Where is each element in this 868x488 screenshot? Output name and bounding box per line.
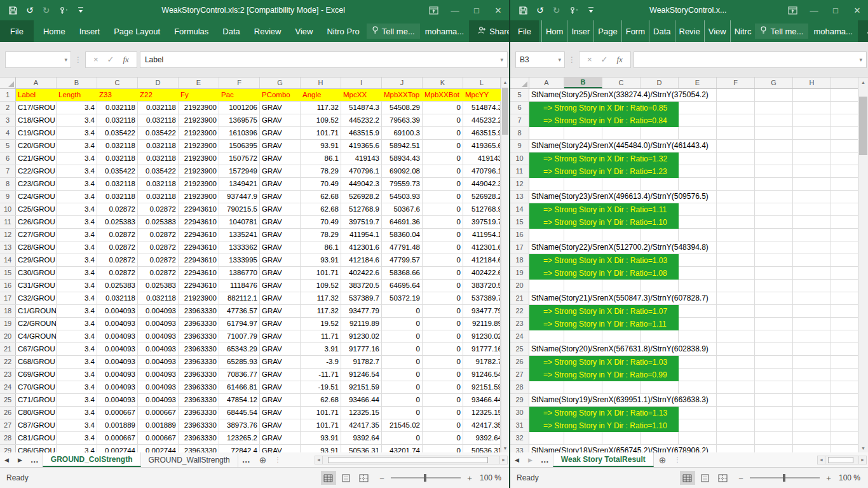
cell[interactable]: 0 <box>423 216 463 228</box>
cell[interactable]: 514874.3 <box>341 102 382 114</box>
formula-bar[interactable]: ▾ <box>634 51 867 68</box>
cell[interactable]: 0 <box>423 267 463 279</box>
column-header-d[interactable]: D <box>138 78 179 88</box>
redo-icon[interactable]: ↻ <box>43 6 50 15</box>
cell[interactable]: 0.032118 <box>138 140 179 152</box>
cell[interactable]: C71/GROU <box>16 394 57 406</box>
cell[interactable]: 0 <box>423 229 463 241</box>
cell[interactable] <box>717 241 755 254</box>
row-header-16[interactable]: 16 <box>510 229 529 241</box>
cell[interactable] <box>793 407 831 419</box>
page-break-view-icon[interactable] <box>715 471 731 485</box>
row-header-10[interactable]: 10 <box>0 203 16 215</box>
cell[interactable]: 70836.77 <box>219 369 260 381</box>
cell[interactable] <box>793 229 831 241</box>
zoom-out-icon[interactable]: − <box>737 473 745 483</box>
cell[interactable]: 412301.6 <box>341 241 382 254</box>
sheet-ellipsis-left[interactable]: … <box>537 455 553 464</box>
cell[interactable]: 9392.64 <box>463 432 501 444</box>
column-header-i[interactable]: I <box>341 78 382 88</box>
sheet-nav-left-icon[interactable]: ◀ <box>510 457 524 463</box>
cell[interactable]: 0 <box>423 356 463 368</box>
cell[interactable] <box>602 127 641 139</box>
cell[interactable]: MpbXXTop <box>382 89 423 101</box>
cell[interactable]: GRAV <box>260 381 301 393</box>
cell[interactable] <box>831 394 858 406</box>
cell[interactable]: GRAV <box>260 165 301 177</box>
sheet-tab-ground-colstrength[interactable]: GROUND_ColStrength <box>43 452 141 467</box>
cell[interactable]: C28/GROU <box>16 241 57 254</box>
column-header-b[interactable]: B <box>564 78 602 88</box>
ribbon-tab-formulas[interactable]: Formulas <box>167 20 215 42</box>
cell[interactable]: 0.004093 <box>138 369 179 381</box>
cell[interactable] <box>831 292 858 304</box>
cell[interactable]: 117.32 <box>301 305 341 317</box>
cell[interactable] <box>755 356 793 368</box>
cell[interactable] <box>831 241 858 254</box>
cell[interactable]: 0 <box>423 369 463 381</box>
cell[interactable] <box>529 330 564 342</box>
cell[interactable]: MpcYY <box>463 89 501 101</box>
row-header-19[interactable]: 19 <box>510 267 529 279</box>
cell[interactable]: 0.002744 <box>97 445 138 452</box>
cell[interactable] <box>831 203 858 215</box>
cell[interactable] <box>755 305 793 317</box>
ribbon-tab-view[interactable]: View <box>704 20 730 42</box>
cell[interactable]: 0.02872 <box>138 254 179 266</box>
cell[interactable] <box>755 394 793 406</box>
story-label[interactable]: StName(Story25)/SrenX(338274.4)/StrnY(37… <box>529 89 710 101</box>
cell[interactable] <box>679 432 717 444</box>
column-header-g[interactable]: G <box>755 78 793 88</box>
user-account[interactable]: mohama... <box>808 27 857 36</box>
cell[interactable] <box>793 178 831 190</box>
cell[interactable] <box>717 127 755 139</box>
cell[interactable]: 11.71 <box>301 330 341 342</box>
cell[interactable]: C21/GROU <box>16 152 57 165</box>
cell[interactable] <box>717 432 755 444</box>
cell[interactable]: C17/GROU <box>16 102 57 114</box>
cell[interactable]: GRAV <box>260 216 301 228</box>
cell[interactable]: 62.68 <box>301 191 341 203</box>
cell[interactable]: GRAV <box>260 267 301 279</box>
cell[interactable]: C70/GROU <box>16 381 57 393</box>
cell[interactable]: GRAV <box>260 178 301 190</box>
cell[interactable]: 79559.73 <box>382 178 423 190</box>
cell[interactable] <box>831 356 858 368</box>
column-header-d[interactable]: D <box>641 78 679 88</box>
cell[interactable] <box>679 114 717 126</box>
story-label[interactable]: StName(Story23)/SrenX(496613.4)/StrnY(50… <box>529 191 710 203</box>
row-header-13[interactable]: 13 <box>510 191 529 203</box>
cell[interactable]: 23963330 <box>179 407 219 419</box>
row-header-11[interactable]: 11 <box>510 165 529 177</box>
cell[interactable]: 419143 <box>341 152 382 165</box>
cell[interactable]: C87/GROU <box>16 419 57 431</box>
cell[interactable]: 78.29 <box>301 229 341 241</box>
zoom-slider-thumb[interactable] <box>783 474 785 482</box>
cell[interactable] <box>602 432 641 444</box>
cell[interactable] <box>831 229 858 241</box>
row-header-27[interactable]: 27 <box>0 419 16 431</box>
cell[interactable] <box>793 318 831 330</box>
cell[interactable]: 0.004093 <box>138 305 179 317</box>
cell[interactable] <box>564 178 602 190</box>
row-header-7[interactable]: 7 <box>0 165 16 177</box>
cell[interactable]: 0.032118 <box>97 114 138 126</box>
cell[interactable] <box>529 229 564 241</box>
cell[interactable]: 0 <box>423 407 463 419</box>
cell[interactable]: 71007.79 <box>219 330 260 342</box>
cell[interactable]: 0 <box>423 191 463 203</box>
cell[interactable]: 419365.6 <box>341 140 382 152</box>
horizontal-scrollbar[interactable]: ◄ ► <box>315 456 508 464</box>
cell[interactable]: 0.004093 <box>97 305 138 317</box>
row-header-21[interactable]: 21 <box>510 292 529 304</box>
cell[interactable]: 3.4 <box>57 432 97 444</box>
cell[interactable]: -3.9 <box>301 356 341 368</box>
row-header-14[interactable]: 14 <box>0 254 16 266</box>
cell[interactable]: 12325.15 <box>463 407 501 419</box>
cell[interactable]: 91782.7 <box>463 356 501 368</box>
cell[interactable]: C86/GROU <box>16 445 57 452</box>
cell[interactable] <box>755 381 793 393</box>
cell[interactable] <box>755 254 793 266</box>
cell[interactable]: 0 <box>382 305 423 317</box>
cell[interactable]: 537389.7 <box>341 292 382 304</box>
